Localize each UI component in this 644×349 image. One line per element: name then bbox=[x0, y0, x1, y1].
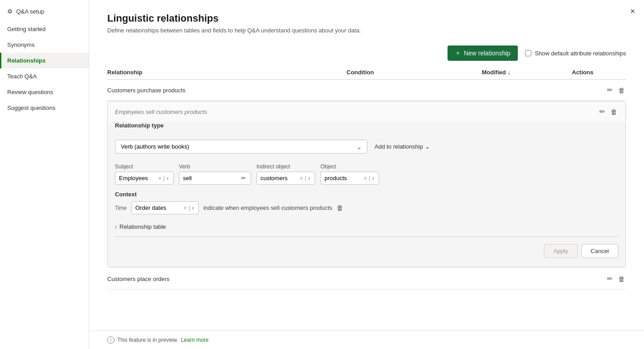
sidebar-item-review-questions[interactable]: Review questions bbox=[0, 84, 89, 100]
main-panel: × Linguistic relationships Define relati… bbox=[89, 0, 644, 349]
field-sep2: | bbox=[162, 175, 165, 181]
time-value: Order dates bbox=[135, 204, 183, 211]
th-relationship: Relationship bbox=[107, 69, 347, 76]
edit-button[interactable]: ✏ bbox=[606, 85, 614, 95]
sort-icon: ↓ bbox=[507, 69, 511, 76]
field-sep: × bbox=[157, 175, 163, 181]
plus-icon: ＋ bbox=[455, 49, 461, 57]
expanded-row-header: Employees sell customers products ✏ 🗑 bbox=[108, 101, 626, 122]
time-delete-button[interactable]: 🗑 bbox=[337, 204, 343, 212]
relationships-table: Relationship Condition Modified ↓ Action… bbox=[89, 65, 644, 331]
delete-button[interactable]: 🗑 bbox=[617, 85, 626, 95]
show-default-checkbox[interactable] bbox=[525, 50, 531, 56]
time-navigate-button[interactable]: › bbox=[191, 204, 195, 211]
sidebar-header: ⚙ Q&A setup bbox=[0, 4, 89, 21]
info-icon: i bbox=[107, 336, 114, 344]
subject-navigate-button[interactable]: › bbox=[166, 175, 169, 181]
add-to-relationship-button[interactable]: Add to relationship ⌄ bbox=[375, 143, 430, 150]
verb-group: Verb sell ✏ bbox=[179, 163, 251, 185]
delete-button[interactable]: 🗑 bbox=[610, 107, 618, 117]
table-row: Customers purchase products ✏ 🗑 bbox=[107, 80, 626, 101]
panel-header: Linguistic relationships Define relation… bbox=[89, 0, 644, 41]
field-sep: × bbox=[363, 175, 368, 181]
edit-button[interactable]: ✏ bbox=[598, 107, 606, 117]
indirect-object-label: Indirect object bbox=[256, 163, 315, 170]
new-relationship-label: New relationship bbox=[464, 50, 511, 57]
table-row: Customers place orders ✏ 🗑 bbox=[107, 268, 626, 290]
relationship-type-section: Relationship type Verb (authors write bo… bbox=[115, 122, 618, 158]
edit-button[interactable]: ✏ bbox=[606, 274, 614, 284]
gear-icon: ⚙ bbox=[7, 8, 13, 15]
sidebar: ⚙ Q&A setup Getting started Synonyms Rel… bbox=[0, 0, 89, 349]
sidebar-title: Q&A setup bbox=[16, 8, 44, 15]
toolbar: ＋ New relationship Show default attribut… bbox=[89, 41, 644, 65]
time-row: Time Order dates × | › indicate when emp… bbox=[115, 201, 618, 214]
row-actions: ✏ 🗑 bbox=[572, 85, 626, 95]
object-group: Object products × | › bbox=[320, 163, 379, 185]
delete-button[interactable]: 🗑 bbox=[617, 274, 626, 284]
th-actions: Actions bbox=[572, 69, 626, 76]
sidebar-item-label: Getting started bbox=[7, 26, 46, 32]
verb-input[interactable]: sell ✏ bbox=[179, 172, 251, 185]
panel-subtitle: Define relationships between tables and … bbox=[107, 27, 626, 34]
sidebar-item-teach-qa[interactable]: Teach Q&A bbox=[0, 68, 89, 84]
field-sep2: | bbox=[188, 204, 191, 211]
relationship-type-label: Relationship type bbox=[115, 122, 618, 129]
sidebar-item-synonyms[interactable]: Synonyms bbox=[0, 37, 89, 53]
footer-preview-text: This feature is in preview. bbox=[117, 337, 178, 343]
sidebar-item-relationships[interactable]: Relationships bbox=[0, 53, 89, 68]
sidebar-item-suggest-questions[interactable]: Suggest questions bbox=[0, 100, 89, 116]
verb-value: sell bbox=[183, 175, 212, 181]
cancel-button[interactable]: Cancel bbox=[581, 244, 618, 258]
type-select[interactable]: Verb (authors write books) bbox=[115, 140, 367, 154]
subject-value: Employees bbox=[119, 175, 157, 181]
relationship-table-toggle[interactable]: › Relationship table bbox=[115, 220, 618, 231]
object-label: Object bbox=[320, 163, 379, 170]
new-relationship-button[interactable]: ＋ New relationship bbox=[448, 45, 518, 61]
verb-edit-button[interactable]: ✏ bbox=[240, 175, 247, 181]
expanded-row-preview: Employees sell customers products bbox=[115, 109, 564, 115]
close-button[interactable]: × bbox=[630, 7, 635, 15]
field-sep2: | bbox=[368, 175, 371, 181]
th-condition: Condition bbox=[347, 69, 482, 76]
context-label: Context bbox=[115, 191, 618, 198]
indirect-object-value: customers bbox=[260, 175, 299, 181]
time-label: Time bbox=[115, 205, 127, 211]
field-sep2: | bbox=[304, 175, 307, 181]
indirect-object-navigate-button[interactable]: › bbox=[307, 175, 311, 181]
indirect-object-input[interactable]: customers × | › bbox=[256, 172, 315, 185]
table-header: Relationship Condition Modified ↓ Action… bbox=[107, 65, 626, 80]
sidebar-item-label: Teach Q&A bbox=[7, 73, 37, 80]
subject-input[interactable]: Employees × | › bbox=[115, 172, 174, 185]
context-section: Context Time Order dates × | › indicate … bbox=[115, 191, 618, 214]
show-default-checkbox-label[interactable]: Show default attribute relationships bbox=[525, 50, 626, 57]
subject-label: Subject bbox=[115, 163, 174, 170]
sidebar-item-label: Review questions bbox=[7, 89, 53, 95]
relationship-type-row: Verb (authors write books) Add to relati… bbox=[115, 133, 618, 158]
edit-panel: Relationship type Verb (authors write bo… bbox=[108, 122, 626, 267]
chevron-down-icon: ⌄ bbox=[425, 143, 430, 150]
apply-button[interactable]: Apply bbox=[544, 244, 578, 258]
add-to-rel-label: Add to relationship bbox=[375, 143, 423, 150]
relationship-table-label: Relationship table bbox=[119, 223, 166, 230]
row-actions: ✏ 🗑 bbox=[572, 274, 626, 284]
learn-more-link[interactable]: Learn more bbox=[181, 337, 208, 343]
time-input[interactable]: Order dates × | › bbox=[131, 201, 199, 214]
sidebar-item-getting-started[interactable]: Getting started bbox=[0, 21, 89, 37]
relationship-text: Customers purchase products bbox=[107, 87, 347, 94]
show-default-text: Show default attribute relationships bbox=[535, 50, 626, 57]
indirect-object-group: Indirect object customers × | › bbox=[256, 163, 315, 185]
action-buttons: Apply Cancel bbox=[115, 239, 618, 260]
page-title: Linguistic relationships bbox=[107, 13, 626, 24]
fields-row: Subject Employees × | › Verb sell bbox=[115, 163, 618, 185]
row-actions: ✏ 🗑 bbox=[564, 107, 618, 117]
sidebar-item-label: Synonyms bbox=[7, 41, 35, 48]
time-description: indicate when employees sell customers p… bbox=[203, 204, 332, 211]
relationship-text: Customers place orders bbox=[107, 276, 347, 282]
verb-label: Verb bbox=[179, 163, 251, 170]
expanded-row-container: Employees sell customers products ✏ 🗑 Re… bbox=[107, 101, 626, 267]
object-input[interactable]: products × | › bbox=[320, 172, 379, 185]
type-select-wrapper: Verb (authors write books) bbox=[115, 140, 367, 154]
sidebar-item-label: Relationships bbox=[7, 57, 46, 64]
object-navigate-button[interactable]: › bbox=[371, 175, 375, 181]
